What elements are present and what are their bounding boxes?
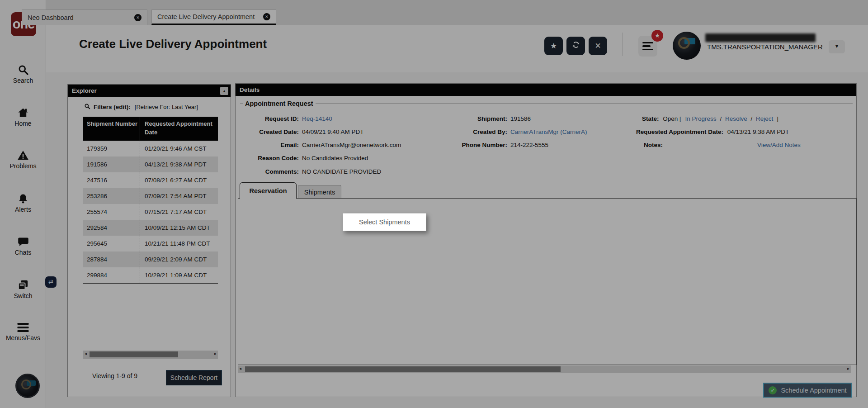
details-panel: Details Appointment Request Request ID: … bbox=[235, 83, 857, 397]
comments-value: NO CANDIDATE PROVIDED bbox=[302, 168, 381, 176]
shipment-number-cell: 255574 bbox=[83, 209, 140, 215]
sidebar: one Search Home Problems Alerts bbox=[0, 0, 46, 408]
scroll-right-icon[interactable]: ▸ bbox=[847, 366, 849, 371]
requested-date-cell: 07/15/21 7:17 AM CDT bbox=[140, 204, 218, 220]
request-id-value[interactable]: Req-14140 bbox=[302, 115, 332, 123]
scroll-left-icon[interactable]: ◂ bbox=[85, 351, 87, 356]
comments-label: Comments: bbox=[236, 168, 299, 176]
shipment-row[interactable]: 28788409/29/21 2:09 AM CDT bbox=[83, 251, 218, 267]
tab-label: Neo Dashboard bbox=[28, 14, 74, 21]
scroll-right-icon[interactable]: ▸ bbox=[214, 351, 217, 356]
shipment-row[interactable]: 17935901/20/21 9:46 AM CST bbox=[83, 141, 218, 157]
star-icon: ★ bbox=[550, 41, 557, 51]
reason-code-value: No Candidates Provided bbox=[302, 155, 368, 163]
shipment-row[interactable]: 19158604/13/21 9:38 AM PDT bbox=[83, 157, 218, 172]
sidebar-item-label: Search bbox=[0, 77, 46, 84]
requested-date-cell: 10/29/21 1:09 AM CDT bbox=[140, 267, 218, 283]
shipment-row[interactable]: 24751607/08/21 6:27 AM CDT bbox=[83, 172, 218, 188]
scrollbar-thumb[interactable] bbox=[90, 351, 178, 357]
sidebar-item-chats[interactable]: Chats bbox=[0, 236, 46, 256]
filters-label[interactable]: Filters (edit): bbox=[94, 104, 131, 110]
switch-swap-icon[interactable]: ⇄ bbox=[45, 276, 57, 288]
state-label: State: bbox=[642, 115, 659, 122]
search-icon bbox=[84, 103, 90, 111]
shipments-table: Shipment Number Requested Appointment Da… bbox=[83, 117, 218, 284]
shipment-value: 191586 bbox=[510, 115, 531, 123]
collapse-explorer-button[interactable]: ▴ bbox=[220, 87, 228, 95]
select-shipments-popup[interactable]: Select Shipments bbox=[343, 213, 426, 231]
problems-icon bbox=[0, 149, 46, 161]
state-value: Open [ bbox=[663, 115, 681, 122]
filters-value: [Retrieve For: Last Year] bbox=[135, 104, 198, 110]
tab-reservation[interactable]: Reservation bbox=[240, 182, 297, 199]
scrollbar-thumb[interactable] bbox=[245, 366, 561, 372]
requested-date-cell: 10/21/21 11:48 PM CDT bbox=[140, 236, 218, 251]
column-header[interactable]: Requested Appointment Date bbox=[140, 117, 218, 141]
assistant-avatar[interactable] bbox=[15, 374, 40, 398]
explorer-filters[interactable]: Filters (edit): [Retrieve For: Last Year… bbox=[84, 103, 198, 111]
scroll-left-icon[interactable]: ◂ bbox=[239, 366, 241, 371]
appointment-request-divider bbox=[240, 104, 853, 104]
favorite-button[interactable]: ★ bbox=[544, 37, 563, 55]
schedule-appointment-button[interactable]: ✓ Schedule Appointment bbox=[763, 383, 852, 398]
explorer-horizontal-scrollbar[interactable]: ◂ ▸ bbox=[83, 351, 218, 359]
alerts-icon bbox=[0, 193, 46, 205]
search-icon bbox=[0, 64, 46, 76]
requested-appointment-date-row: Requested Appointment Date: 04/13/21 9:3… bbox=[636, 128, 789, 137]
reservation-tab-content bbox=[238, 198, 857, 365]
refresh-icon bbox=[571, 40, 580, 52]
menus-icon bbox=[0, 322, 46, 333]
schedule-report-button[interactable]: Schedule Report bbox=[166, 370, 222, 385]
user-menu-chevron-down-icon[interactable]: ▾ bbox=[829, 40, 845, 53]
explorer-panel: Explorer ▴ Filters (edit): [Retrieve For… bbox=[67, 84, 231, 397]
sidebar-item-home[interactable]: Home bbox=[0, 107, 46, 127]
shipment-row[interactable]: 25557407/15/21 7:17 AM CDT bbox=[83, 204, 218, 220]
state-in-progress-link[interactable]: In Progress bbox=[685, 115, 717, 122]
sidebar-item-label: Chats bbox=[0, 249, 46, 256]
created-by-label: Created By: bbox=[425, 128, 507, 137]
created-by-org-link[interactable]: (CarrierA) bbox=[560, 128, 587, 135]
tab-neo-dashboard[interactable]: Neo Dashboard ✕ bbox=[22, 9, 147, 25]
sidebar-item-label: Menus/Favs bbox=[0, 334, 46, 342]
state-row: State: Open [ In Progress / Resolve / Re… bbox=[642, 115, 778, 123]
state-reject-link[interactable]: Reject bbox=[756, 115, 773, 122]
tab-shipments[interactable]: Shipments bbox=[298, 185, 341, 199]
sidebar-item-label: Switch bbox=[0, 292, 46, 299]
tab-create-live-delivery-appointment[interactable]: Create Live Delivery Appointment ✕ bbox=[151, 9, 276, 25]
shipment-number-cell: 295645 bbox=[83, 240, 140, 247]
view-add-notes-link[interactable]: View/Add Notes bbox=[757, 142, 801, 150]
close-tab-icon[interactable]: ✕ bbox=[263, 13, 270, 20]
shipment-row[interactable]: 25328607/09/21 7:54 AM PDT bbox=[83, 188, 218, 204]
sidebar-item-alerts[interactable]: Alerts bbox=[0, 193, 46, 213]
sidebar-item-switch[interactable]: Switch bbox=[0, 279, 46, 299]
notes-label: Notes: bbox=[644, 142, 663, 150]
requested-date-cell: 07/09/21 7:54 AM PDT bbox=[140, 188, 218, 204]
shipment-row[interactable]: 29258410/09/21 12:15 AM CDT bbox=[83, 220, 218, 236]
shipment-number-cell: 191586 bbox=[83, 161, 140, 168]
details-horizontal-scrollbar[interactable]: ◂ ▸ bbox=[238, 365, 851, 373]
explorer-header: Explorer bbox=[68, 85, 231, 97]
close-icon: ✕ bbox=[594, 41, 601, 51]
created-by-value[interactable]: CarrierATransMgr (CarrierA) bbox=[510, 128, 587, 137]
refresh-button[interactable] bbox=[566, 37, 585, 55]
shipment-row[interactable]: 29564510/21/21 11:48 PM CDT bbox=[83, 236, 218, 251]
user-avatar[interactable] bbox=[673, 32, 701, 60]
email-label: Email: bbox=[236, 142, 299, 150]
details-header: Details bbox=[236, 84, 856, 96]
shipment-number-cell: 253286 bbox=[83, 193, 140, 199]
state-resolve-link[interactable]: Resolve bbox=[725, 115, 747, 122]
check-icon: ✓ bbox=[769, 386, 777, 394]
chats-icon bbox=[0, 236, 46, 248]
sidebar-item-problems[interactable]: Problems bbox=[0, 149, 46, 170]
requested-date-cell: 04/13/21 9:38 AM PDT bbox=[140, 157, 218, 172]
sidebar-item-label: Problems bbox=[0, 162, 46, 170]
close-page-button[interactable]: ✕ bbox=[589, 37, 607, 55]
close-tab-icon[interactable]: ✕ bbox=[134, 14, 142, 21]
sidebar-item-search[interactable]: Search bbox=[0, 64, 46, 84]
requested-date-cell: 01/20/21 9:46 AM CST bbox=[140, 141, 218, 157]
column-header[interactable]: Shipment Number bbox=[83, 117, 140, 141]
shipment-number-cell: 299884 bbox=[83, 272, 140, 279]
created-by-user-link[interactable]: CarrierATransMgr bbox=[510, 128, 559, 135]
sidebar-item-menus[interactable]: Menus/Favs bbox=[0, 322, 46, 342]
shipment-row[interactable]: 29988410/29/21 1:09 AM CDT bbox=[83, 267, 218, 283]
